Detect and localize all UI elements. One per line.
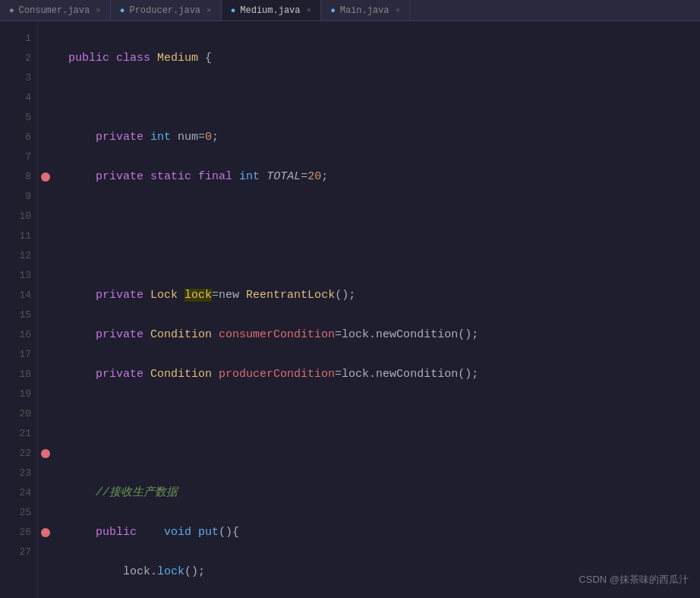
code-line-10 [68,404,700,424]
line-num: 9 [25,187,31,207]
editor-area: 1 2 3 4 5 6 7 8 9 10 11 12 13 14 15 16 1… [0,21,700,598]
breakpoint-icon[interactable] [41,449,50,458]
tab-medium[interactable]: ● Medium.java × [222,0,321,21]
line-num: 11 [19,226,31,246]
tab-icon-main: ● [330,6,336,15]
tab-label-main: Main.java [340,5,389,16]
watermark: CSDN @抹茶味的西瓜汁 [579,573,689,587]
breakpoint-gutter [38,21,53,598]
line-num: 25 [19,503,31,523]
line-num: 10 [19,207,31,226]
code-line-8: private Condition consumerCondition=lock… [68,325,700,345]
code-editor[interactable]: public class Medium { private int num=0;… [53,21,700,598]
line-num: 27 [19,543,31,562]
line-num: 16 [19,325,31,345]
line-num: 4 [25,88,31,108]
tab-consumer[interactable]: ● Consumer.java × [0,0,111,21]
line-num: 7 [25,147,31,167]
line-numbers: 1 2 3 4 5 6 7 8 9 10 11 12 13 14 15 16 1… [0,21,38,598]
tab-icon-producer: ● [120,6,125,15]
tab-icon-consumer: ● [9,6,14,15]
code-line-12: //接收生产数据 [68,483,700,503]
line-num: 24 [19,483,31,503]
close-main-icon[interactable]: × [396,6,401,15]
line-num: 1 [25,29,31,49]
code-line-4: private static final int TOTAL=20; [68,167,700,187]
breakpoint-icon[interactable] [41,528,50,537]
tab-label-consumer: Consumer.java [19,5,90,16]
line-num: 12 [19,246,31,266]
tab-label-producer: Producer.java [129,5,200,16]
line-num: 5 [25,108,31,128]
line-num: 23 [19,464,31,483]
code-line-9: private Condition producerCondition=lock… [68,365,700,384]
line-num: 22 [19,444,31,464]
line-num: 20 [19,404,31,424]
line-num: 3 [25,68,31,88]
tab-bar: ● Consumer.java × ● Producer.java × ● Me… [0,0,700,21]
line-num: 15 [19,305,31,325]
tab-main[interactable]: ● Main.java × [321,0,410,21]
code-line-2 [68,88,700,108]
tab-icon-medium: ● [231,6,236,15]
line-num: 17 [19,345,31,365]
line-num: 2 [25,49,31,68]
tab-producer[interactable]: ● Producer.java × [111,0,222,21]
code-line-11 [68,444,700,464]
line-num: 21 [19,424,31,444]
close-medium-icon[interactable]: × [307,6,312,15]
breakpoint-icon[interactable] [41,172,50,182]
code-line-3: private int num=0; [68,128,700,147]
line-num: 26 [19,523,31,543]
line-num: 18 [19,365,31,384]
line-num: 19 [19,384,31,404]
code-line-1: public class Medium { [68,49,700,68]
line-num: 6 [25,128,31,147]
line-num: 13 [19,266,31,286]
code-line-6 [68,246,700,266]
close-consumer-icon[interactable]: × [96,6,101,15]
code-line-13: public void put(){ [68,523,700,543]
code-line-7: private Lock lock=new ReentrantLock(); [68,286,700,305]
close-producer-icon[interactable]: × [207,6,212,15]
line-num: 14 [19,286,31,305]
code-line-5 [68,207,700,226]
line-num: 8 [25,167,31,187]
tab-label-medium: Medium.java [240,5,300,16]
